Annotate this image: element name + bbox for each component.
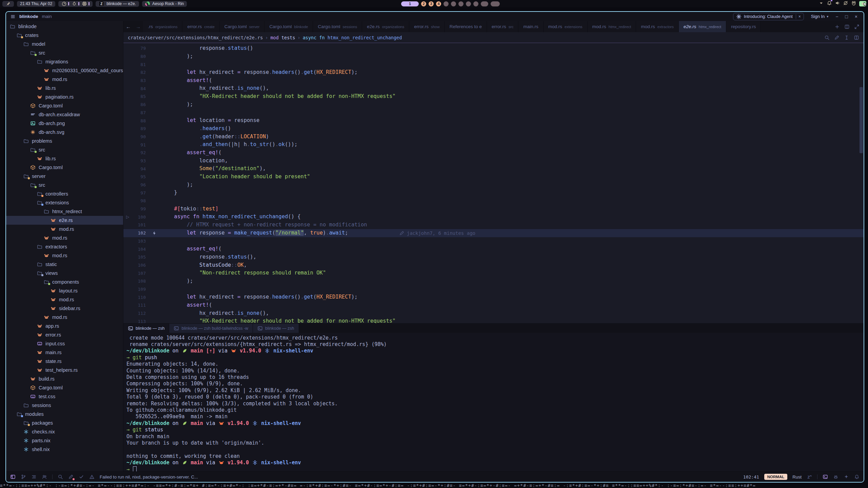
- zoom-pane-icon[interactable]: [854, 24, 860, 29]
- debugger-button[interactable]: [833, 474, 839, 480]
- branch-name[interactable]: main: [42, 14, 52, 19]
- workspace-7[interactable]: [458, 1, 463, 6]
- assistant-button[interactable]: [844, 474, 849, 480]
- tree-item-extractors[interactable]: extractors: [6, 242, 123, 251]
- git-panel-toggle[interactable]: [21, 474, 26, 480]
- minimize-button[interactable]: −: [835, 14, 838, 19]
- edit-prediction-button[interactable]: Z: [807, 474, 812, 480]
- tree-item-static[interactable]: static: [6, 260, 123, 269]
- editor-tab[interactable]: error.rs create: [182, 21, 219, 32]
- tree-item-Cargo.toml[interactable]: Cargo.toml: [6, 163, 123, 172]
- active-app-chip[interactable]: Z blinkode — e2e.: [96, 1, 139, 7]
- maximize-button[interactable]: □: [845, 14, 848, 19]
- cursor-position[interactable]: 102:41: [743, 474, 759, 480]
- promo-close-icon[interactable]: ×: [796, 14, 801, 19]
- code-action-icon[interactable]: [152, 230, 157, 236]
- editor-tab[interactable]: Cargo.toml sessions: [313, 21, 362, 32]
- editor-tab[interactable]: e2e.rs htmx_redirect: [679, 21, 726, 32]
- split-pane-icon[interactable]: [844, 24, 850, 29]
- editor-tab[interactable]: e2e.rs organizations: [362, 21, 409, 32]
- diagnostics-warning[interactable]: [89, 474, 95, 480]
- tree-item-test.css[interactable]: css test.css: [6, 392, 123, 401]
- terminal-panel-toggle[interactable]: [823, 474, 828, 480]
- tree-item-htmx-redirect[interactable]: htmx_redirect: [6, 207, 123, 216]
- notifications-button[interactable]: [827, 0, 832, 7]
- tree-item-crates[interactable]: crates: [6, 31, 123, 40]
- terminal-tab[interactable]: blinkode — zsh: [123, 324, 169, 333]
- tree-item-db-arch.png[interactable]: db-arch.png: [6, 119, 123, 128]
- pin-chip[interactable]: [2, 1, 14, 7]
- editor-tab[interactable]: mod.rs extractors: [636, 21, 679, 32]
- tree-item-mod.rs[interactable]: mod.rs: [6, 251, 123, 260]
- tree-item-blinkode[interactable]: blinkode: [6, 22, 123, 31]
- workspace-6[interactable]: [451, 1, 456, 6]
- tree-item-mod.rs[interactable]: mod.rs: [6, 233, 123, 242]
- run-test-icon[interactable]: ▷: [126, 215, 129, 219]
- new-tab-icon[interactable]: [834, 24, 840, 29]
- tree-item-db-arch.excalidraw[interactable]: db-arch.excalidraw: [6, 110, 123, 119]
- tree-item-mod.rs[interactable]: mod.rs: [6, 295, 123, 304]
- editor-tab[interactable]: References to e: [445, 21, 487, 32]
- tree-item-db-arch.svg[interactable]: db-arch.svg: [6, 128, 123, 137]
- tray-speaker-button[interactable]: [835, 0, 840, 7]
- tree-item-problems[interactable]: problems: [6, 137, 123, 145]
- tree-item-state.rs[interactable]: state.rs: [6, 357, 123, 366]
- project-name[interactable]: blinkode: [19, 14, 38, 19]
- tray-owl-button[interactable]: [851, 0, 856, 7]
- tree-item-shell.nix[interactable]: shell.nix: [6, 445, 123, 454]
- workspace-8[interactable]: [466, 1, 471, 6]
- terminal-output[interactable]: create mode 100644 crates/server/src/ext…: [123, 333, 864, 471]
- tree-item-checks.nix[interactable]: checks.nix: [6, 427, 123, 436]
- language-selector[interactable]: Rust: [792, 474, 802, 480]
- terminal-tab[interactable]: blinkode — zsh: [253, 324, 299, 333]
- workspace-1[interactable]: 1: [401, 1, 419, 6]
- claude-agent-promo[interactable]: Introducing: Claude Agent ×: [733, 13, 804, 20]
- workspace-3[interactable]: 3: [429, 1, 434, 6]
- pointer-mode-button[interactable]: [859, 1, 866, 6]
- tree-item-mod.rs[interactable]: mod.rs: [6, 225, 123, 233]
- tree-item-lib.rs[interactable]: lib.rs: [6, 84, 123, 93]
- tree-item-migrations[interactable]: migrations: [6, 57, 123, 66]
- editor-tab[interactable]: mod.rs extensions: [544, 21, 588, 32]
- editor-tab[interactable]: Cargo.toml server: [220, 21, 265, 32]
- tree-item-src[interactable]: src: [6, 145, 123, 154]
- editor-tab[interactable]: main.rs: [518, 21, 543, 32]
- tree-item-parts.nix[interactable]: parts.nix: [6, 436, 123, 445]
- code-editor[interactable]: 79 response.status() 80 ); 81 82 let hx_…: [123, 43, 864, 323]
- tree-item-views[interactable]: views: [6, 269, 123, 278]
- editor-tab[interactable]: error.rs src: [487, 21, 518, 32]
- tree-item-m20260331-005002-add-cours[interactable]: m20260331_005002_add_cours: [6, 66, 123, 75]
- tree-item-model[interactable]: model: [6, 40, 123, 48]
- editor-tab[interactable]: error.rs show: [409, 21, 445, 32]
- tree-item-Cargo.toml[interactable]: Cargo.toml: [6, 101, 123, 110]
- selection-icon[interactable]: [844, 35, 849, 40]
- tree-item-test-helpers.rs[interactable]: test_helpers.rs: [6, 366, 123, 374]
- nav-back-icon[interactable]: ←: [126, 24, 131, 29]
- tree-item-server[interactable]: server: [6, 172, 123, 181]
- tree-item-app.rs[interactable]: app.rs: [6, 322, 123, 330]
- close-button[interactable]: ×: [855, 14, 857, 19]
- music-chip[interactable]: Aesop Rock - Rin: [142, 1, 187, 7]
- outline-panel-toggle[interactable]: [31, 474, 37, 480]
- workspace-11[interactable]: [491, 1, 500, 6]
- editor-tab[interactable]: mod.rs htmx_redirect: [588, 21, 636, 32]
- project-panel[interactable]: blinkode crates model src migrations m20…: [6, 21, 123, 471]
- diagnostics-ok[interactable]: [79, 474, 84, 480]
- notification-button[interactable]: [854, 474, 860, 480]
- tree-item-sessions[interactable]: sessions: [6, 401, 123, 410]
- tree-item-mod.rs[interactable]: mod.rs: [6, 75, 123, 84]
- workspace-5[interactable]: [443, 1, 449, 6]
- tree-item-lib.rs[interactable]: lib.rs: [6, 154, 123, 163]
- menu-icon[interactable]: [10, 14, 16, 19]
- inline-assist-icon[interactable]: [834, 35, 840, 40]
- tree-item-mod.rs[interactable]: mod.rs: [6, 313, 123, 322]
- nav-forward-icon[interactable]: →: [136, 24, 141, 29]
- system-monitor-chip[interactable]: [58, 1, 93, 7]
- tree-item-pagination.rs[interactable]: pagination.rs: [6, 93, 123, 101]
- tree-item-extensions[interactable]: extensions: [6, 198, 123, 207]
- clock-chip[interactable]: 21:43 Thu, Apr 02: [17, 1, 55, 7]
- diff-icon[interactable]: [854, 35, 859, 40]
- tree-item-sidebar.rs[interactable]: sidebar.rs: [6, 304, 123, 313]
- editor-scrollbar[interactable]: [860, 87, 863, 153]
- tree-item-main.rs[interactable]: main.rs: [6, 348, 123, 357]
